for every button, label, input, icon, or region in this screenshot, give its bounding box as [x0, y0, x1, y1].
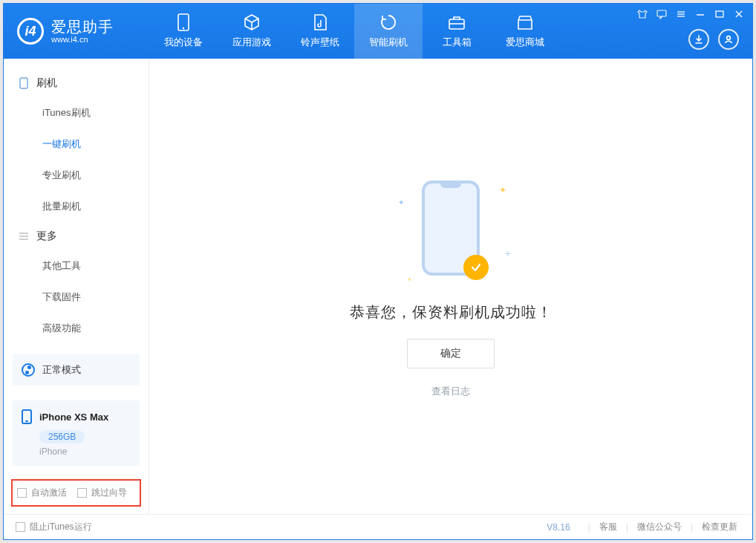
wechat-link[interactable]: 微信公众号 — [634, 521, 685, 533]
music-file-icon — [311, 13, 329, 31]
sparkle-icon: + — [505, 247, 511, 259]
menu-icon[interactable] — [675, 8, 687, 20]
tab-label: 智能刷机 — [369, 36, 408, 49]
tab-label: 铃声壁纸 — [301, 36, 339, 49]
sidebar-group-more: 更多 — [4, 222, 149, 250]
phone-small-icon — [19, 78, 29, 88]
download-manager-button[interactable] — [688, 29, 709, 50]
sidebar-item-other-tools[interactable]: 其他工具 — [4, 250, 149, 282]
titlebar: i4 爱思助手 www.i4.cn 我的设备 应用游戏 铃声壁纸 智能刷机 — [4, 4, 752, 59]
device-icon — [175, 13, 192, 31]
checkbox-box-icon — [16, 522, 25, 532]
tab-label: 我的设备 — [164, 36, 203, 49]
device-phone-icon — [22, 409, 32, 424]
tab-apps-games[interactable]: 应用游戏 — [218, 4, 286, 59]
checkbox-auto-activate[interactable]: 自动激活 — [17, 487, 67, 499]
window-controls — [636, 8, 745, 20]
checkbox-box-icon — [17, 488, 27, 498]
titlebar-right-actions — [688, 29, 739, 50]
mode-icon — [22, 363, 35, 377]
tab-label: 应用游戏 — [232, 36, 271, 49]
refresh-shield-icon — [379, 13, 397, 31]
device-name: iPhone XS Max — [39, 412, 108, 423]
tab-toolbox[interactable]: 工具箱 — [423, 4, 491, 59]
app-window: i4 爱思助手 www.i4.cn 我的设备 应用游戏 铃声壁纸 智能刷机 — [3, 3, 753, 540]
mode-card[interactable]: 正常模式 — [13, 354, 140, 386]
tab-label: 爱思商城 — [506, 36, 544, 49]
group-label: 更多 — [36, 230, 57, 243]
version-label: V8.16 — [547, 522, 570, 533]
app-title: 爱思助手 — [51, 19, 114, 35]
sidebar-item-professional-flash[interactable]: 专业刷机 — [4, 160, 149, 191]
checkbox-block-itunes[interactable]: 阻止iTunes运行 — [16, 521, 92, 533]
minimize-button[interactable] — [694, 8, 706, 20]
sidebar: 刷机 iTunes刷机 一键刷机 专业刷机 批量刷机 更多 其他工具 下载固件 … — [4, 59, 149, 514]
logo-icon: i4 — [17, 18, 44, 45]
logo-block: i4 爱思助手 www.i4.cn — [4, 18, 149, 45]
sidebar-item-advanced[interactable]: 高级功能 — [4, 313, 149, 344]
feedback-icon[interactable] — [656, 8, 668, 20]
support-link[interactable]: 客服 — [596, 521, 620, 533]
phone-notch-icon — [440, 183, 461, 188]
body: 刷机 iTunes刷机 一键刷机 专业刷机 批量刷机 更多 其他工具 下载固件 … — [4, 59, 752, 514]
checkbox-box-icon — [77, 488, 87, 498]
tab-ringtones-wallpapers[interactable]: 铃声壁纸 — [286, 4, 354, 59]
svg-rect-4 — [657, 10, 666, 16]
maximize-button[interactable] — [714, 8, 726, 20]
flash-options-highlighted: 自动激活 跳过向导 — [11, 479, 141, 507]
tab-label: 工具箱 — [443, 36, 472, 49]
cube-icon — [243, 13, 261, 31]
device-type: iPhone — [39, 446, 131, 457]
device-card[interactable]: iPhone XS Max 256GB iPhone — [13, 400, 140, 466]
svg-rect-9 — [716, 11, 723, 17]
svg-point-1 — [183, 27, 184, 29]
account-button[interactable] — [718, 29, 739, 50]
tab-smart-flash[interactable]: 智能刷机 — [354, 4, 423, 59]
checkbox-label: 阻止iTunes运行 — [30, 521, 92, 533]
svg-rect-13 — [20, 78, 27, 88]
view-log-link[interactable]: 查看日志 — [431, 385, 470, 398]
tab-store[interactable]: 爱思商城 — [491, 4, 559, 59]
sparkle-icon: ✦ — [499, 185, 506, 195]
store-icon — [516, 13, 534, 31]
svg-point-12 — [727, 36, 731, 40]
sidebar-item-oneclick-flash[interactable]: 一键刷机 — [4, 129, 149, 160]
toolbox-icon — [448, 13, 466, 31]
group-label: 刷机 — [36, 77, 57, 90]
skin-icon[interactable] — [636, 8, 648, 20]
checkbox-skip-guide[interactable]: 跳过向导 — [77, 487, 127, 499]
sparkle-icon: ✦ — [398, 198, 404, 207]
mode-label: 正常模式 — [42, 363, 81, 377]
sidebar-item-batch-flash[interactable]: 批量刷机 — [4, 191, 149, 222]
list-icon — [19, 231, 29, 241]
sparkle-icon: ✦ — [407, 276, 412, 283]
top-tabs: 我的设备 应用游戏 铃声壁纸 智能刷机 工具箱 爱思商城 — [149, 4, 559, 59]
success-illustration: ✦ ✦ + ✦ — [388, 175, 514, 286]
success-check-badge-icon — [463, 255, 489, 280]
app-subtitle: www.i4.cn — [51, 35, 114, 44]
sidebar-group-flash: 刷机 — [4, 69, 149, 97]
main-content: ✦ ✦ + ✦ 恭喜您，保资料刷机成功啦！ 确定 查看日志 — [149, 59, 752, 514]
sidebar-item-download-firmware[interactable]: 下载固件 — [4, 282, 149, 313]
check-update-link[interactable]: 检查更新 — [699, 521, 740, 533]
device-storage-badge: 256GB — [39, 430, 85, 443]
checkbox-label: 自动激活 — [31, 487, 67, 499]
tab-my-device[interactable]: 我的设备 — [149, 4, 218, 59]
success-message: 恭喜您，保资料刷机成功啦！ — [350, 302, 553, 322]
checkbox-label: 跳过向导 — [91, 487, 127, 499]
ok-button[interactable]: 确定 — [407, 339, 495, 368]
sidebar-item-itunes-flash[interactable]: iTunes刷机 — [4, 97, 149, 129]
close-button[interactable] — [733, 8, 745, 20]
statusbar: 阻止iTunes运行 V8.16 | 客服 | 微信公众号 | 检查更新 — [4, 514, 752, 539]
